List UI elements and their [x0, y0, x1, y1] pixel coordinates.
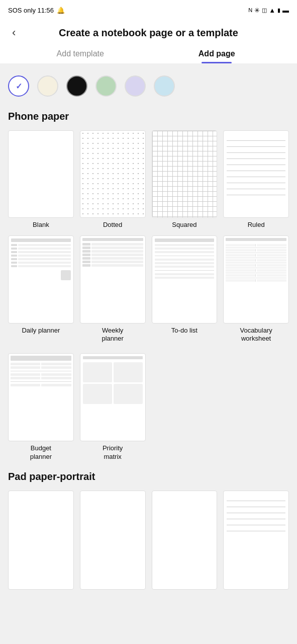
ruled-preview: [223, 130, 289, 218]
pad-ruled-preview: [223, 491, 289, 589]
todo-label: To-do list: [171, 327, 197, 335]
dotted-preview: [80, 130, 146, 218]
dotted-label: Dotted: [103, 221, 122, 229]
daily-planner-label: Daily planner: [22, 327, 60, 335]
template-budget-planner[interactable]: Budgetplanner: [8, 353, 74, 461]
page-title: Create a notebook page or a template: [12, 26, 285, 39]
pad-templates-grid: [8, 491, 289, 589]
status-right: N ✳ ◫ ▲ ▮ ▬: [248, 7, 289, 14]
tab-add-page[interactable]: Add page: [149, 43, 285, 63]
template-pad-dotted[interactable]: [80, 491, 146, 589]
swatch-lavender[interactable]: [125, 75, 146, 97]
vibrate-icon: ◫: [262, 7, 267, 14]
template-squared[interactable]: Squared: [152, 130, 218, 229]
template-ruled[interactable]: Ruled: [223, 130, 289, 229]
bell-icon: 🔔: [57, 7, 65, 14]
weekly-planner-preview: [80, 235, 146, 323]
swatch-sky[interactable]: [154, 75, 175, 97]
budget-planner-preview: [8, 353, 74, 441]
phone-templates-grid-row2: Budgetplanner Prioritymatrix: [8, 353, 289, 461]
swatch-black[interactable]: [66, 75, 87, 97]
template-priority-matrix[interactable]: Prioritymatrix: [80, 353, 146, 461]
status-left: SOS only 11:56 🔔: [8, 7, 65, 14]
budget-planner-label: Budgetplanner: [30, 444, 52, 461]
daily-planner-preview: [8, 235, 74, 323]
priority-matrix-label: Prioritymatrix: [103, 444, 123, 461]
header-nav: ‹ Create a notebook page or a template: [12, 26, 285, 39]
todo-preview: [152, 235, 218, 323]
squared-preview: [152, 130, 218, 218]
template-dotted[interactable]: Dotted: [80, 130, 146, 229]
battery-low-icon: ▮: [277, 7, 280, 14]
template-pad-squared[interactable]: [152, 491, 218, 589]
nfc-icon: N: [248, 7, 252, 13]
blank-label: Blank: [33, 221, 49, 229]
swatch-green[interactable]: [95, 75, 117, 97]
color-swatch-row: ✓: [8, 73, 289, 99]
template-pad-ruled[interactable]: [223, 491, 289, 589]
pad-dotted-preview: [80, 491, 146, 589]
template-vocab[interactable]: Vocabularyworksheet: [223, 235, 289, 343]
empty-cell-2: [223, 353, 289, 461]
priority-matrix-preview: [80, 353, 146, 441]
pad-squared-preview: [152, 491, 218, 589]
main-content: ✓ Phone paper Blank Dotted Squared: [0, 63, 297, 600]
swatch-cream[interactable]: [37, 75, 58, 97]
template-blank[interactable]: Blank: [8, 130, 74, 229]
template-pad-blank[interactable]: [8, 491, 74, 589]
template-todo[interactable]: To-do list: [152, 235, 218, 343]
pad-paper-section-title: Pad paper-portrait: [8, 471, 289, 482]
empty-cell-1: [152, 353, 218, 461]
tab-bar: Add template Add page: [12, 43, 285, 63]
battery-icon: ▬: [282, 7, 289, 14]
phone-templates-grid: Blank Dotted Squared Ruled: [8, 130, 289, 343]
bluetooth-icon: ✳: [254, 7, 260, 14]
pad-blank-preview: [8, 491, 74, 589]
template-weekly-planner[interactable]: Weeklyplanner: [80, 235, 146, 343]
vocab-preview: [223, 235, 289, 323]
phone-paper-section-title: Phone paper: [8, 111, 289, 122]
tab-add-template[interactable]: Add template: [12, 43, 149, 63]
back-button[interactable]: ‹: [12, 26, 16, 39]
squared-label: Squared: [172, 221, 196, 229]
blank-preview: [8, 130, 74, 218]
ruled-label: Ruled: [248, 221, 265, 229]
status-bar: SOS only 11:56 🔔 N ✳ ◫ ▲ ▮ ▬: [0, 0, 297, 20]
swatch-white[interactable]: ✓: [8, 75, 29, 97]
sos-label: SOS only 11:56: [8, 7, 54, 14]
wifi-icon: ▲: [269, 7, 275, 14]
weekly-planner-label: Weeklyplanner: [102, 327, 123, 344]
header: ‹ Create a notebook page or a template A…: [0, 20, 297, 63]
template-daily-planner[interactable]: Daily planner: [8, 235, 74, 343]
vocab-label: Vocabularyworksheet: [240, 327, 272, 344]
